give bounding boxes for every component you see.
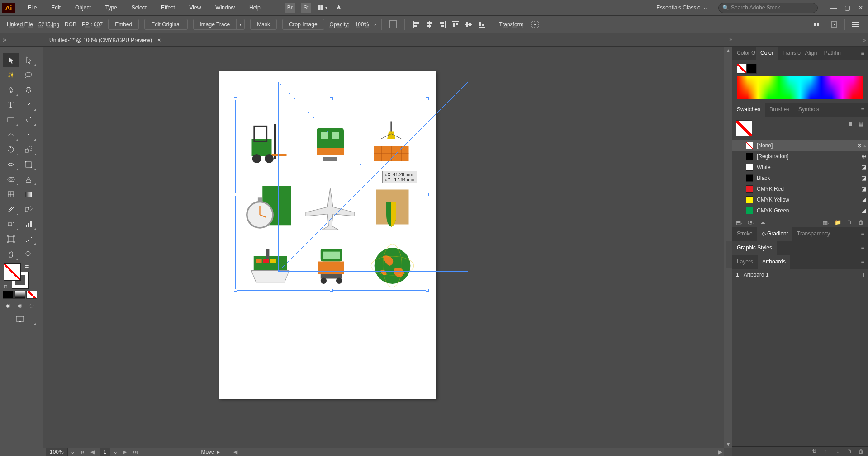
list-view-icon[interactable]: ≣ [846, 120, 854, 127]
panel-menu-icon[interactable]: ≡ [857, 103, 868, 117]
tab-color-guide[interactable]: Color G [732, 47, 756, 60]
mask-button[interactable]: Mask [250, 19, 277, 30]
scroll-up-icon[interactable]: ▴ [863, 142, 866, 149]
swatch-item-yellow[interactable]: CMYK Yellow◪ [732, 194, 868, 205]
prev-artboard-icon[interactable]: ◀ [89, 448, 97, 456]
embed-button[interactable]: Embed [108, 19, 139, 30]
tab-align[interactable]: Align [801, 47, 820, 60]
swatch-item-green[interactable]: CMYK Green◪ [732, 205, 868, 216]
tab-color[interactable]: Color [756, 47, 778, 60]
handle-tc[interactable] [330, 97, 333, 100]
move-up-icon[interactable]: ↑ [822, 448, 830, 455]
close-tab-icon[interactable]: × [157, 37, 161, 43]
tab-swatches[interactable]: Swatches [732, 103, 765, 117]
pen-tool[interactable] [3, 83, 19, 97]
move-down-icon[interactable]: ↓ [834, 448, 842, 455]
handle-tr[interactable] [426, 97, 429, 100]
grid-view-icon[interactable]: ▦ [856, 120, 864, 127]
window-maximize-button[interactable]: ▢ [842, 4, 852, 12]
tools-grip[interactable]: : : : : : [3, 49, 40, 53]
artboard-orient-icon[interactable]: ▯ [861, 272, 864, 278]
menu-edit[interactable]: Edit [45, 2, 67, 14]
shape-builder-tool[interactable] [3, 173, 19, 186]
workspace-switcher[interactable]: Essentials Classic ⌄ [652, 5, 712, 11]
image-trace-dropdown[interactable]: Image Trace ▾ [193, 19, 245, 30]
handle-mr[interactable] [426, 193, 429, 196]
new-color-group-icon[interactable]: 📁 [834, 219, 842, 226]
align-hcenter-icon[interactable] [423, 19, 435, 30]
align-left-icon[interactable] [410, 19, 422, 30]
slice-tool[interactable] [20, 232, 37, 246]
gradient-mode-icon[interactable] [14, 291, 25, 299]
shaper-tool[interactable] [3, 128, 19, 141]
align-vcenter-icon[interactable] [463, 19, 474, 30]
status-chevron-icon[interactable]: ▸ [217, 449, 220, 455]
direct-selection-tool[interactable] [20, 53, 37, 67]
new-swatch-icon[interactable]: 🗋 [845, 219, 854, 226]
artboard-row[interactable]: 1 Artboard 1 ▯ [732, 269, 868, 281]
magic-wand-tool[interactable]: ✨ [3, 68, 19, 82]
stroke-color-swatch[interactable] [747, 64, 757, 74]
swatch-options-icon[interactable]: ☁ [759, 219, 767, 226]
eraser-tool[interactable] [20, 128, 37, 141]
swatch-item-red[interactable]: CMYK Red◪ [732, 183, 868, 194]
lasso-tool[interactable] [20, 68, 37, 82]
width-tool[interactable] [3, 158, 19, 171]
rotate-tool[interactable] [3, 143, 19, 156]
menu-type[interactable]: Type [99, 2, 123, 14]
swatch-item-cyan[interactable]: CMYK Cyan▾ [732, 216, 868, 217]
menu-window[interactable]: Window [209, 2, 241, 14]
artboard-chevron-icon[interactable]: ⌄ [113, 449, 118, 455]
panel-menu-icon[interactable]: ≡ [857, 255, 868, 269]
panel-menu-icon[interactable]: ≡ [857, 47, 868, 60]
align-top-icon[interactable] [450, 19, 461, 30]
handle-bl[interactable] [234, 289, 237, 292]
image-trace-button[interactable]: Image Trace [194, 19, 237, 29]
swatch-item-registration[interactable]: [Registration]⊕ [732, 151, 868, 162]
linked-filename[interactable]: 5215.jpg [38, 21, 59, 28]
align-right-icon[interactable] [436, 19, 448, 30]
rectangle-tool[interactable] [3, 113, 19, 127]
handle-ml[interactable] [234, 193, 237, 196]
stock-icon[interactable]: St [301, 3, 311, 13]
align-pixel-icon[interactable] [828, 19, 840, 30]
menu-view[interactable]: View [183, 2, 208, 14]
panel-menu-icon[interactable]: ≡ [857, 241, 868, 255]
gradient-tool[interactable] [20, 188, 37, 201]
snap-px-icon[interactable] [812, 19, 824, 30]
zoom-chevron-icon[interactable]: ⌄ [71, 449, 75, 455]
curvature-tool[interactable] [20, 83, 37, 97]
control-panel-menu-icon[interactable] [849, 19, 861, 30]
chevron-down-icon[interactable]: ▾ [237, 22, 244, 27]
tab-scroll-left-icon[interactable]: » [0, 33, 9, 47]
dock-collapse-icon[interactable]: » [863, 37, 866, 43]
color-mode-icon[interactable] [3, 291, 14, 299]
artboard-tool[interactable] [3, 232, 19, 246]
none-mode-icon[interactable] [26, 291, 37, 299]
next-artboard-icon[interactable]: ▶ [120, 448, 128, 456]
opacity-value[interactable]: 100% [355, 21, 369, 28]
swatch-library-icon[interactable]: ⬒. [735, 219, 743, 226]
linked-file-label[interactable]: Linked File [7, 21, 33, 28]
window-close-button[interactable]: ✕ [856, 4, 866, 12]
blend-tool[interactable] [20, 202, 37, 216]
free-transform-tool[interactable] [20, 158, 37, 171]
scale-tool[interactable] [20, 143, 37, 156]
perspective-tool[interactable] [20, 173, 37, 186]
window-minimize-button[interactable]: — [829, 4, 839, 12]
scroll-down-icon[interactable]: ▾ [724, 441, 732, 448]
graph-tool[interactable] [20, 217, 37, 231]
bridge-icon[interactable]: Br [285, 3, 295, 13]
color-spectrum[interactable] [737, 76, 863, 99]
zoom-level[interactable]: 100% [46, 448, 68, 456]
tab-stroke[interactable]: Stroke [732, 227, 757, 241]
panel-collapse-handle[interactable] [726, 241, 732, 268]
tab-transform[interactable]: Transfo [778, 47, 801, 60]
default-fill-stroke-icon[interactable]: ◻ [4, 284, 7, 289]
new-artboard-icon[interactable]: 🗋 [845, 448, 854, 455]
tab-brushes[interactable]: Brushes [765, 103, 794, 117]
delete-swatch-icon[interactable]: 🗑 [857, 219, 865, 226]
swatch-item-none[interactable]: [None]⊘▴ [732, 140, 868, 151]
mesh-tool[interactable] [3, 188, 19, 201]
screen-mode-icon[interactable] [3, 312, 37, 326]
